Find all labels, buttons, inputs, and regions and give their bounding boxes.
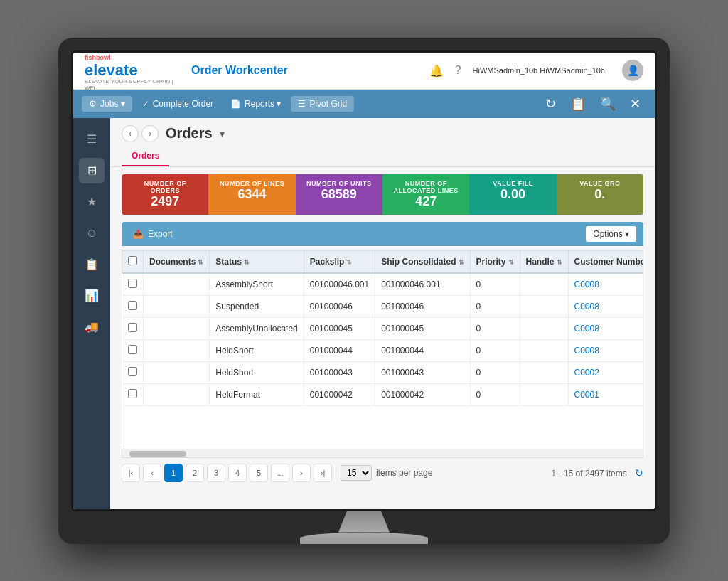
- export-icon: 📤: [133, 229, 144, 239]
- cell-customer-number[interactable]: C0008: [568, 295, 643, 317]
- cell-ship-consolidated: 001000046: [375, 295, 470, 317]
- pagination-info: 1 - 15 of 2497 items: [552, 469, 627, 479]
- cell-customer-number[interactable]: C0008: [568, 317, 643, 339]
- page-5-button[interactable]: 5: [250, 464, 268, 482]
- bell-icon[interactable]: 🔔: [429, 64, 444, 78]
- cell-documents: [144, 361, 210, 383]
- orders-title: Orders: [166, 125, 213, 142]
- cell-ship-consolidated: 001000042: [375, 383, 470, 405]
- back-button[interactable]: ‹: [122, 125, 139, 142]
- select-all-checkbox[interactable]: [128, 256, 137, 265]
- cell-status: AssemblyUnallocated: [210, 317, 304, 339]
- orders-dropdown-icon[interactable]: ▾: [220, 128, 225, 139]
- document-nav-icon[interactable]: 📋: [564, 93, 592, 114]
- cell-documents: [144, 317, 210, 339]
- last-page-button[interactable]: ›|: [314, 464, 332, 482]
- logo-area: fishbowl elevate ELEVATE YOUR SUPPLY CHA…: [85, 50, 177, 92]
- sidebar-item-menu[interactable]: ☰: [79, 127, 105, 152]
- nav-jobs[interactable]: ⚙ Jobs ▾: [82, 96, 132, 112]
- sidebar-item-grid[interactable]: ⊞: [79, 158, 105, 183]
- nav-pivot-grid[interactable]: ☰ Pivot Grid: [291, 96, 354, 112]
- sidebar-item-reports[interactable]: 📊: [79, 283, 105, 309]
- sidebar-item-shipping[interactable]: 🚚: [79, 314, 105, 340]
- stat-value-gro: VALUE GRO 0.: [557, 174, 643, 215]
- cell-packslip: 001000045: [304, 317, 375, 339]
- col-ship-consolidated[interactable]: Ship Consolidated⇅: [375, 251, 470, 273]
- sidebar-item-favorites[interactable]: ★: [79, 189, 105, 215]
- complete-order-icon: ✓: [142, 99, 149, 109]
- table-row: AssemblyUnallocated 001000045 001000045 …: [122, 317, 643, 339]
- cell-packslip: 001000046.001: [304, 273, 375, 296]
- search-nav-icon[interactable]: 🔍: [594, 93, 621, 114]
- cell-ship-consolidated: 001000046.001: [375, 273, 470, 296]
- stat-number-of-lines: NUMBER OF LINES 6344: [208, 174, 295, 215]
- page-title: Order Workcenter: [177, 64, 429, 77]
- jobs-icon: ⚙: [89, 99, 97, 109]
- cell-customer-number[interactable]: C0001: [568, 383, 643, 405]
- table-row: Suspended 001000046 001000046 0 C0008 UN…: [122, 295, 643, 317]
- stats-row: NUMBER OF ORDERS 2497 NUMBER OF LINES 63…: [122, 174, 643, 215]
- cell-priority: 0: [470, 361, 520, 383]
- col-handle[interactable]: Handle⇅: [520, 251, 568, 273]
- cell-status: AssemblyShort: [210, 273, 304, 296]
- cell-ship-consolidated: 001000043: [375, 361, 470, 383]
- close-nav-icon[interactable]: ✕: [624, 93, 646, 114]
- row-checkbox[interactable]: [128, 279, 137, 288]
- page-4-button[interactable]: 4: [228, 464, 247, 482]
- stat-number-of-units: NUMBER OF UNITS 68589: [296, 174, 382, 215]
- cell-documents: [144, 339, 210, 361]
- nav-pivot-grid-label: Pivot Grid: [309, 99, 347, 109]
- nav-complete-order-label: Complete Order: [153, 99, 213, 109]
- cell-packslip: 001000044: [304, 339, 375, 361]
- cell-handle: [520, 383, 568, 405]
- next-page-button[interactable]: ›: [292, 464, 311, 482]
- cell-customer-number[interactable]: C0002: [568, 361, 643, 383]
- sidebar-item-tasks[interactable]: 📋: [79, 252, 105, 277]
- items-per-page-select[interactable]: 15: [341, 465, 372, 481]
- forward-button[interactable]: ›: [141, 125, 159, 142]
- refresh-nav-icon[interactable]: ↻: [540, 93, 562, 114]
- sidebar-item-profile[interactable]: ☺: [79, 220, 105, 246]
- pagination-refresh-icon[interactable]: ↻: [635, 467, 643, 479]
- tab-orders[interactable]: Orders: [122, 146, 169, 166]
- cell-documents: [144, 273, 210, 296]
- row-checkbox[interactable]: [128, 389, 137, 398]
- cell-handle: [520, 317, 568, 339]
- horizontal-scrollbar[interactable]: [122, 449, 643, 458]
- page-2-button[interactable]: 2: [186, 464, 204, 482]
- cell-priority: 0: [470, 317, 520, 339]
- nav-reports[interactable]: 📄 Reports ▾: [223, 96, 288, 112]
- cell-handle: [520, 295, 568, 317]
- cell-documents: [144, 295, 210, 317]
- col-priority[interactable]: Priority⇅: [470, 251, 520, 273]
- items-per-page-label: items per page: [376, 468, 432, 478]
- row-checkbox[interactable]: [128, 345, 137, 354]
- username-display: HiWMSadmin_10b HiWMSadmin_10b: [473, 66, 605, 75]
- nav-jobs-label: Jobs ▾: [100, 99, 125, 109]
- first-page-button[interactable]: |‹: [122, 464, 140, 482]
- pivot-grid-icon: ☰: [298, 99, 306, 109]
- orders-table: Documents⇅ Status⇅ Packslip⇅ Ship Consol…: [122, 250, 643, 449]
- export-button[interactable]: 📤 Export: [129, 228, 177, 240]
- avatar[interactable]: 👤: [622, 60, 643, 81]
- nav-complete-order[interactable]: ✓ Complete Order: [135, 96, 220, 112]
- table-row: HeldShort 001000043 001000043 0 C0002 UN…: [122, 361, 643, 383]
- page-1-button[interactable]: 1: [164, 464, 183, 482]
- cell-customer-number[interactable]: C0008: [568, 273, 643, 296]
- col-status[interactable]: Status⇅: [210, 251, 304, 273]
- col-documents[interactable]: Documents⇅: [144, 251, 210, 273]
- help-icon[interactable]: ?: [455, 64, 461, 77]
- col-packslip[interactable]: Packslip⇅: [304, 251, 375, 273]
- cell-customer-number[interactable]: C0008: [568, 339, 643, 361]
- page-3-button[interactable]: 3: [207, 464, 225, 482]
- options-button[interactable]: Options ▾: [586, 226, 636, 242]
- col-customer-number[interactable]: Customer Number⇅: [568, 251, 643, 273]
- stat-number-of-orders: NUMBER OF ORDERS 2497: [122, 174, 208, 215]
- cell-priority: 0: [470, 295, 520, 317]
- logo-text: elevate: [85, 63, 177, 78]
- row-checkbox[interactable]: [128, 323, 137, 332]
- row-checkbox[interactable]: [128, 301, 137, 310]
- prev-page-button[interactable]: ‹: [143, 464, 161, 482]
- row-checkbox[interactable]: [128, 367, 137, 376]
- cell-ship-consolidated: 001000045: [375, 317, 470, 339]
